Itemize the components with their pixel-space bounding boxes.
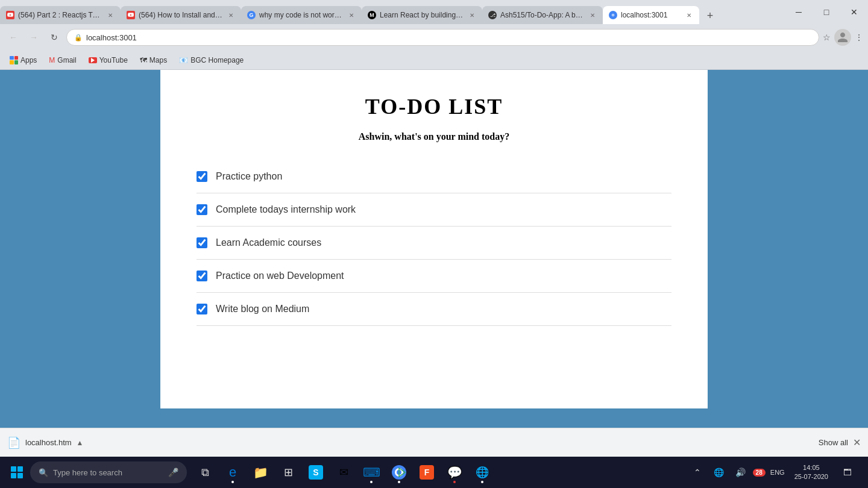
tab-title-5: Ash515/To-Do-App: A basic... <box>500 11 585 19</box>
todo-text-4: Practice on web Development <box>216 271 344 281</box>
tab-favicon-4: M <box>368 11 376 19</box>
tab-close-3[interactable]: ✕ <box>347 11 356 19</box>
messenger-indicator <box>453 481 456 483</box>
taskbar-edge[interactable]: e <box>219 459 246 486</box>
todo-card: TO-DO LIST Ashwin, what's on your mind t… <box>160 70 708 408</box>
notification-badge: 28 <box>753 469 766 477</box>
bookmark-youtube[interactable]: YouTube <box>84 55 133 66</box>
download-bar-close-icon[interactable]: ✕ <box>853 437 861 448</box>
volume-icon[interactable]: 🔊 <box>731 460 750 484</box>
new-tab-button[interactable]: + <box>702 7 719 24</box>
bookmark-gmail[interactable]: M Gmail <box>44 55 81 66</box>
tab-title-4: Learn React by building a To... <box>380 11 464 19</box>
lock-icon: 🔒 <box>74 34 83 42</box>
back-button[interactable]: ← <box>5 29 22 46</box>
tab-favicon-1 <box>6 11 14 19</box>
bookmark-apps-label: Apps <box>20 56 37 64</box>
file-explorer-icon: 📁 <box>253 465 268 480</box>
tab-5[interactable]: ⎇ Ash515/To-Do-App: A basic... ✕ <box>482 6 603 24</box>
download-bar: 📄 localhost.htm ▲ Show all ✕ <box>0 428 868 457</box>
taskbar-right: ⌃ 🌐 🔊 28 ENG 14:05 25-07-2020 🗔 <box>688 460 863 484</box>
notification-center[interactable]: 🗔 <box>835 460 860 484</box>
profile-avatar[interactable] <box>834 29 851 46</box>
bookmark-gmail-label: Gmail <box>57 56 76 64</box>
maximize-button[interactable]: □ <box>813 0 840 24</box>
taskbar-file-explorer[interactable]: 📁 <box>247 459 274 486</box>
chrome-icon <box>392 465 406 480</box>
tab-favicon-2 <box>127 11 135 19</box>
taskbar-skype[interactable]: S <box>303 459 329 486</box>
todo-checkbox-4[interactable] <box>197 271 207 281</box>
download-chevron-icon[interactable]: ▲ <box>77 439 84 447</box>
tab-title-3: why my code is not working ... <box>259 11 344 19</box>
star-icon[interactable]: ☆ <box>823 33 831 42</box>
todo-checkbox-3[interactable] <box>197 237 207 248</box>
tab-1[interactable]: (564) Part 2 : Reactjs Tutorial ✕ <box>0 6 121 24</box>
start-button[interactable] <box>5 460 29 484</box>
badge-notifications: 28 <box>753 469 766 477</box>
address-bar-row: ← → ↻ 🔒 localhost:3001 ☆ ⋮ <box>0 24 868 51</box>
refresh-button[interactable]: ↻ <box>46 29 63 46</box>
maps-icon: 🗺 <box>140 56 147 64</box>
tab-6-active[interactable]: localhost:3001 ✕ <box>603 6 699 24</box>
network-icon[interactable]: 🌐 <box>709 460 729 484</box>
taskbar-task-view[interactable]: ⧉ <box>192 459 218 486</box>
page-content: TO-DO LIST Ashwin, what's on your mind t… <box>0 70 868 408</box>
tab-bar: (564) Part 2 : Reactjs Tutorial ✕ (564) … <box>0 0 868 24</box>
taskbar-browser[interactable]: 🌐 <box>469 459 495 486</box>
todo-item-1: Practice python <box>197 160 671 193</box>
tab-close-4[interactable]: ✕ <box>468 11 476 19</box>
tab-title-1: (564) Part 2 : Reactjs Tutorial <box>18 11 102 19</box>
todo-title: TO-DO LIST <box>197 94 671 119</box>
taskbar-search-box[interactable]: 🔍 Type here to search 🎤 <box>30 461 187 483</box>
vscode-indicator <box>370 481 373 483</box>
forward-button[interactable]: → <box>25 29 42 46</box>
tab-4[interactable]: M Learn React by building a To... ✕ <box>362 6 482 24</box>
todo-text-1: Practice python <box>216 171 282 182</box>
tab-favicon-3: G <box>247 11 256 19</box>
task-view-icon: ⧉ <box>201 466 209 479</box>
browser-menu-button[interactable]: ⋮ <box>855 33 863 42</box>
tab-3[interactable]: G why my code is not working ... ✕ <box>241 6 362 24</box>
close-button[interactable]: ✕ <box>840 0 868 24</box>
edge-icon: e <box>229 465 236 480</box>
taskbar-vscode[interactable]: ⌨ <box>358 459 385 486</box>
tab-close-6[interactable]: ✕ <box>685 11 693 19</box>
bookmark-bgc[interactable]: 📧 BGC Homepage <box>174 55 248 66</box>
minimize-button[interactable]: ─ <box>785 0 813 24</box>
taskbar: 🔍 Type here to search 🎤 ⧉ e 📁 ⊞ S ✉ <box>0 457 868 488</box>
tab-close-2[interactable]: ✕ <box>227 11 235 19</box>
bookmarks-bar: Apps M Gmail YouTube 🗺 Maps 📧 BGC Homepa… <box>0 51 868 70</box>
tab-close-1[interactable]: ✕ <box>106 11 115 19</box>
bookmark-bgc-label: BGC Homepage <box>190 56 244 64</box>
bookmark-maps[interactable]: 🗺 Maps <box>135 55 172 66</box>
taskbar-figma[interactable]: F <box>414 459 440 486</box>
todo-text-2: Complete todays internship work <box>216 204 356 215</box>
download-file-icon: 📄 <box>7 436 20 449</box>
tab-2[interactable]: (564) How to Install and Setu... ✕ <box>121 6 241 24</box>
show-all-button[interactable]: Show all <box>819 438 848 447</box>
apps-icon <box>10 56 18 64</box>
address-bar[interactable]: 🔒 localhost:3001 <box>66 29 819 46</box>
system-clock[interactable]: 14:05 25-07-2020 <box>790 460 833 484</box>
taskbar-chrome[interactable] <box>386 459 412 486</box>
bookmark-apps[interactable]: Apps <box>5 55 42 66</box>
taskbar-store[interactable]: ⊞ <box>275 459 301 486</box>
todo-subtitle: Ashwin, what's on your mind today? <box>197 131 671 142</box>
microphone-icon: 🎤 <box>168 468 178 477</box>
window-controls: ─ □ ✕ <box>785 0 868 24</box>
figma-icon: F <box>420 465 434 480</box>
todo-checkbox-1[interactable] <box>197 171 207 182</box>
taskbar-search-placeholder: Type here to search <box>53 468 122 477</box>
tab-close-5[interactable]: ✕ <box>588 11 597 19</box>
vscode-icon: ⌨ <box>363 465 380 480</box>
todo-text-5: Write blog on Medium <box>216 304 309 314</box>
todo-checkbox-2[interactable] <box>197 204 207 215</box>
chevron-up-icon[interactable]: ⌃ <box>688 460 707 484</box>
todo-checkbox-5[interactable] <box>197 304 207 314</box>
download-filename: localhost.htm <box>25 438 72 447</box>
taskbar-messenger[interactable]: 💬 <box>441 459 468 486</box>
address-text: localhost:3001 <box>86 33 811 42</box>
language-icon[interactable]: ENG <box>768 460 787 484</box>
taskbar-mail[interactable]: ✉ <box>330 459 357 486</box>
